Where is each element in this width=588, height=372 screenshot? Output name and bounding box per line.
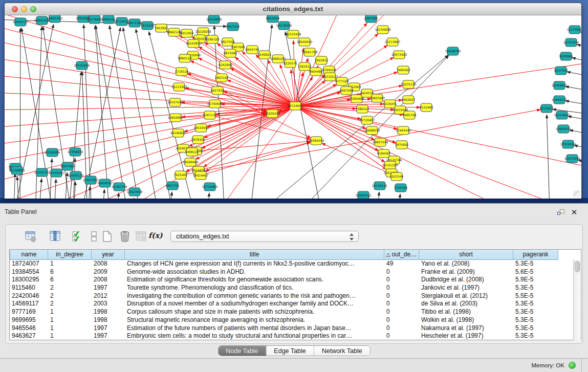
tab-edge-table[interactable]: Edge Table: [266, 346, 314, 356]
show-columns-icon[interactable]: [49, 230, 61, 243]
citation-edge-black[interactable]: [378, 192, 379, 199]
citation-edge-red[interactable]: [201, 142, 311, 176]
edit-columns-icon[interactable]: [72, 230, 84, 243]
network-graph[interactable]: 1872400718300295193845547463822986012889…: [5, 15, 581, 199]
table-settings-icon[interactable]: [25, 230, 37, 243]
network-node[interactable]: 2718126: [175, 68, 189, 76]
citation-edge-black[interactable]: [570, 130, 581, 136]
import-table-icon[interactable]: [135, 230, 147, 243]
citation-edge-black[interactable]: [117, 193, 119, 199]
table-source-selector[interactable]: citations_edges.txt: [170, 231, 359, 242]
network-node[interactable]: 16914407: [193, 171, 209, 180]
network-node[interactable]: 9875685: [224, 49, 237, 57]
network-node[interactable]: 12213363: [171, 83, 187, 91]
network-node[interactable]: 9495768: [403, 111, 417, 119]
citation-edge-red[interactable]: [295, 106, 581, 169]
network-node[interactable]: 14519191: [49, 169, 64, 177]
float-panel-icon[interactable]: [557, 209, 565, 216]
network-node[interactable]: 7975692: [395, 141, 409, 149]
network-node[interactable]: 17016504: [560, 140, 576, 148]
table-row[interactable]: 1456911722003Disruption of a novel membe…: [10, 300, 573, 308]
citation-edge-red[interactable]: [190, 61, 295, 106]
citation-edge-black[interactable]: [580, 32, 581, 38]
network-node[interactable]: 18724007: [288, 102, 303, 110]
window-titlebar[interactable]: citations_edges.txt: [5, 3, 581, 15]
network-node[interactable]: 12444131: [552, 96, 568, 104]
network-node[interactable]: 7955812: [315, 56, 329, 64]
network-node[interactable]: 12093872: [552, 81, 568, 90]
citation-edge-black[interactable]: [170, 192, 172, 199]
network-node[interactable]: 16543812: [186, 39, 202, 48]
column-header-out_de[interactable]: △out_de…: [384, 250, 419, 260]
table-row[interactable]: 946554611997Estimation of the future num…: [10, 324, 573, 333]
citation-edge-black[interactable]: [110, 26, 140, 199]
table-row[interactable]: 977716911998Corpus callosum shape and si…: [10, 308, 573, 316]
network-node[interactable]: 9890123: [178, 54, 192, 62]
network-node[interactable]: 11700696: [207, 100, 223, 108]
network-node[interactable]: 10688639: [364, 126, 380, 135]
network-node[interactable]: 7386522: [356, 105, 369, 113]
network-node[interactable]: 9860128: [167, 28, 181, 36]
memory-status-icon[interactable]: [569, 362, 576, 369]
network-node[interactable]: 10835412: [356, 191, 372, 199]
network-node[interactable]: 2522549: [390, 172, 404, 181]
citation-edge-black[interactable]: [547, 115, 550, 199]
network-node[interactable]: 7485063: [397, 66, 410, 74]
network-node[interactable]: 9146821: [258, 51, 272, 59]
network-node[interactable]: 8813054: [266, 15, 280, 23]
citation-edge-black[interactable]: [568, 116, 581, 122]
network-node[interactable]: 7463822: [155, 24, 168, 32]
citation-edge-black[interactable]: [578, 160, 581, 165]
citation-edge-black[interactable]: [133, 198, 134, 199]
table-row[interactable]: 969969511998Structural magnetic resonanc…: [10, 316, 573, 324]
network-node[interactable]: 19654985: [168, 114, 184, 122]
column-header-in_degree[interactable]: in_degree: [48, 250, 92, 260]
network-node[interactable]: 8912954: [180, 29, 194, 37]
network-node[interactable]: 13533594: [193, 124, 209, 132]
network-node[interactable]: 18107554: [167, 98, 183, 106]
network-node[interactable]: 9529966: [559, 52, 573, 60]
network-node[interactable]: 12923448: [127, 188, 143, 196]
table-row[interactable]: 946362711997Embryonic stem cells: a mode…: [10, 332, 573, 340]
network-node[interactable]: 8215953: [540, 104, 554, 113]
citation-edge-black[interactable]: [39, 179, 41, 199]
table-row[interactable]: 1938455462009Genome-wide association stu…: [10, 268, 573, 276]
network-node[interactable]: 29153346: [74, 61, 90, 70]
tab-node-table[interactable]: Node Table: [218, 346, 266, 356]
network-node[interactable]: 9466161: [102, 15, 116, 24]
column-header-name[interactable]: name: [10, 250, 48, 260]
network-node[interactable]: 5878344: [191, 136, 205, 144]
table-row[interactable]: 2242004622012Investigating the contribut…: [10, 292, 573, 300]
citation-edge-black[interactable]: [263, 55, 448, 199]
network-node[interactable]: 6497568: [340, 86, 354, 95]
network-node[interactable]: 19384554: [309, 137, 324, 145]
network-node[interactable]: 15716485: [202, 183, 218, 191]
function-builder-icon[interactable]: f(x): [148, 231, 166, 239]
citation-edge-black[interactable]: [565, 86, 581, 92]
network-node[interactable]: 15720407: [359, 116, 375, 124]
network-node[interactable]: 7857224: [226, 23, 240, 31]
network-node[interactable]: 17957253: [83, 176, 99, 184]
network-node[interactable]: 16151325: [382, 161, 398, 169]
citation-edge-black[interactable]: [103, 189, 104, 199]
network-node[interactable]: 9242848: [219, 61, 232, 69]
network-node[interactable]: 9463627: [402, 96, 416, 104]
delete-table-icon[interactable]: [119, 230, 131, 243]
network-node[interactable]: 16033809: [206, 15, 222, 24]
network-node[interactable]: 15276002: [87, 15, 103, 24]
network-node[interactable]: 14136141: [372, 182, 388, 190]
citation-edge-black[interactable]: [577, 45, 581, 51]
network-node[interactable]: 16154838: [375, 26, 391, 34]
citation-edge-black[interactable]: [565, 101, 581, 106]
column-header-pagerank[interactable]: pagerank: [513, 250, 558, 260]
network-node[interactable]: 12342757: [34, 168, 50, 177]
network-node[interactable]: 9857791: [166, 182, 180, 190]
network-node[interactable]: 9184067: [377, 149, 391, 158]
network-node[interactable]: 17965442: [396, 126, 411, 135]
network-node[interactable]: 12325419: [286, 30, 301, 38]
network-node[interactable]: 16648784: [445, 47, 461, 55]
network-node[interactable]: 12505135: [68, 171, 84, 180]
network-node[interactable]: 12213967: [385, 38, 401, 46]
network-node[interactable]: 9777169: [335, 77, 349, 85]
citation-edge-black[interactable]: [14, 173, 15, 199]
